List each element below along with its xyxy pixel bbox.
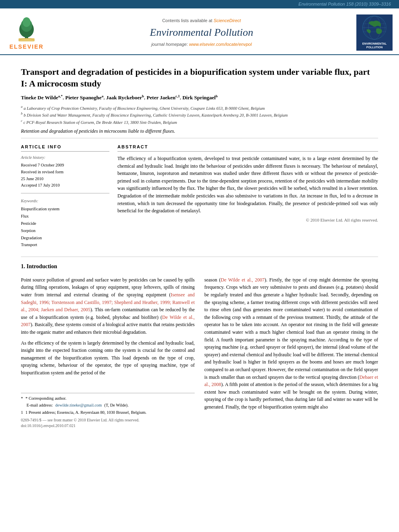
affiliations: a a Laboratory of Crop Protection Chemis… [21, 105, 378, 125]
abstract-header: ABSTRACT [117, 144, 378, 152]
author-5: Dirk Springaelb [182, 94, 218, 101]
journal-citation: Environmental Pollution 158 (2010) 3309–… [298, 2, 391, 6]
article-title: Transport and degradation of pesticides … [21, 66, 378, 89]
history-label: Article history: [21, 155, 109, 160]
email-address[interactable]: dewilde.tineke@gmail.com [55, 403, 102, 409]
elsevier-logo: ELSEVIER [6, 14, 47, 51]
journal-homepage: journal homepage: www.elsevier.com/locat… [55, 41, 348, 47]
ep-logo-title: ENVIRONMENTAL POLLUTION [357, 41, 392, 50]
intro-body: Point source pollution of ground and sur… [21, 276, 378, 429]
ep-logo: ENVIRONMENTAL POLLUTION [356, 14, 393, 51]
note1: 1 1 Present address; Essenscia, A. Reyer… [21, 410, 195, 416]
article-info-abstract-section: ARTICLE INFO Article history: Received 7… [21, 144, 378, 249]
sciencedirect-text: ScienceDirect [214, 18, 241, 23]
footnotes-section: * * Corresponding author. E-mail address… [21, 393, 195, 416]
ep-globe-icon [362, 16, 387, 40]
intro-para-right: season (De Wilde et al., 2007). Firstly,… [204, 276, 378, 411]
intro-para-1: Point source pollution of ground and sur… [21, 276, 195, 377]
article-history-block: Article history: Received 7 October 2009… [21, 155, 109, 189]
affiliation-b: b b Division Soil and Water Management, … [21, 111, 378, 118]
keyword-1: Biopurification system [21, 205, 109, 213]
abstract-text: The efficiency of a biopurification syst… [117, 155, 378, 215]
authors-line: Tineke De Wildea,*, Pieter Spanoghea, Ja… [21, 93, 378, 101]
author-2: Pieter Spanoghea [65, 94, 103, 101]
journal-header: ELSEVIER Contents lists available at Sci… [0, 8, 399, 55]
doi-section: 0269-7491/$ — see front matter © 2010 El… [21, 417, 195, 429]
keyword-3: Pesticide [21, 220, 109, 227]
elsevier-text: ELSEVIER [9, 43, 43, 51]
author-1: Tineke De Wildea,* [21, 94, 63, 101]
introduction-section: 1. Introduction Point source pollution o… [21, 257, 378, 428]
keywords-label: Keywords: [21, 198, 109, 204]
keyword-6: Transport [21, 241, 109, 249]
svg-point-4 [23, 17, 31, 27]
email-note: E-mail address: dewilde.tineke@gmail.com… [21, 403, 195, 409]
affiliation-a: a a Laboratory of Crop Protection Chemis… [21, 105, 378, 111]
abstract-column: ABSTRACT The efficiency of a biopurifica… [117, 144, 378, 249]
author-4: Peter Jaekenc,1 [147, 94, 180, 101]
intro-left-col: Point source pollution of ground and sur… [21, 276, 195, 429]
journal-center: Contents lists available at ScienceDirec… [47, 18, 356, 48]
journal-title: Environmental Pollution [55, 25, 348, 40]
keyword-2: Flux [21, 213, 109, 220]
homepage-label: journal homepage: [151, 42, 188, 47]
affiliation-c: c c PCF-Royal Research Station of Gorsem… [21, 119, 378, 125]
intro-right-col: season (De Wilde et al., 2007). Firstly,… [204, 276, 378, 429]
contents-available-line: Contents lists available at ScienceDirec… [55, 18, 348, 24]
doi-line: doi:10.1016/j.envpol.2010.07.021 [21, 423, 195, 429]
svg-rect-5 [19, 38, 35, 41]
elsevier-tree-icon [10, 14, 43, 42]
divider [21, 193, 109, 193]
author-3: Jaak Ryckeboerb [106, 94, 144, 101]
homepage-url: www.elsevier.com/locate/envpol [189, 42, 252, 47]
keywords-block: Keywords: Biopurification system Flux Pe… [21, 198, 109, 249]
keyword-5: Degradation [21, 234, 109, 242]
received-date: Received 7 October 2009 Received in revi… [21, 162, 109, 189]
article-info-column: ARTICLE INFO Article history: Received 7… [21, 144, 109, 249]
highlight-text: Retention and degradation of pesticides … [21, 128, 378, 138]
main-content: Transport and degradation of pesticides … [0, 55, 399, 433]
journal-top-bar: Environmental Pollution 158 (2010) 3309–… [0, 0, 399, 8]
issn-line: 0269-7491/$ — see front matter © 2010 El… [21, 417, 195, 423]
intro-title: 1. Introduction [21, 263, 378, 271]
keyword-4: Sorption [21, 227, 109, 234]
corresponding-note: * * Corresponding author. [21, 396, 195, 402]
article-info-header: ARTICLE INFO [21, 144, 109, 152]
copyright-line: © 2010 Elsevier Ltd. All rights reserved… [117, 217, 378, 223]
